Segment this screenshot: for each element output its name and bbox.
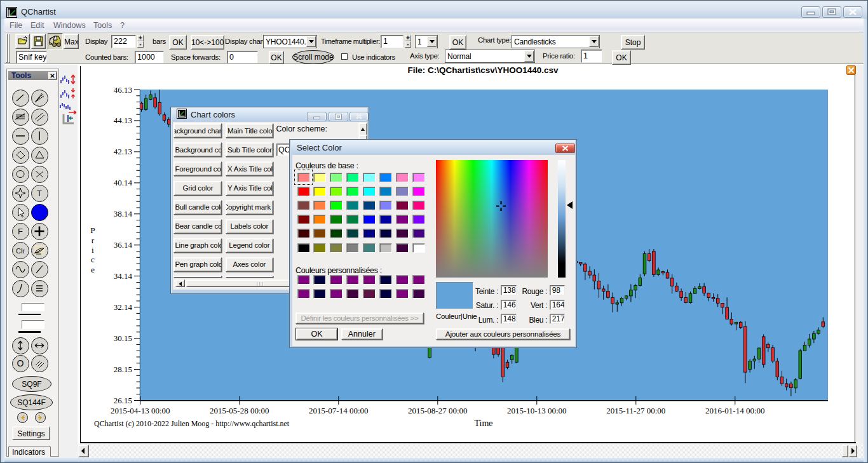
svg-text:36.14: 36.14: [114, 240, 133, 250]
svg-text:i: i: [92, 245, 94, 255]
svg-text:T: T: [37, 189, 42, 198]
svg-text:2015-08-27 00:00: 2015-08-27 00:00: [408, 406, 468, 415]
svg-text:O: O: [17, 358, 24, 368]
svg-text:46.13: 46.13: [114, 85, 132, 95]
svg-text:P: P: [90, 225, 95, 235]
svg-text:Time: Time: [474, 419, 492, 428]
svg-text:2016-01-14 00:00: 2016-01-14 00:00: [705, 406, 765, 415]
svg-text:32.14: 32.14: [114, 302, 133, 312]
svg-text:38.14: 38.14: [114, 209, 133, 218]
svg-text:28.15: 28.15: [114, 365, 132, 374]
svg-text:e: e: [91, 265, 95, 274]
svg-text:2015-10-13 00:00: 2015-10-13 00:00: [507, 406, 567, 415]
svg-text:Clr: Clr: [16, 246, 25, 254]
svg-text:File: C:\QChartist\csv\YHOO144: File: C:\QChartist\csv\YHOO1440.csv: [407, 65, 559, 75]
svg-text:26.15: 26.15: [114, 396, 132, 405]
svg-text:2015-07-14 00:00: 2015-07-14 00:00: [309, 406, 369, 415]
svg-text:34.14: 34.14: [114, 271, 133, 281]
svg-text:c: c: [91, 255, 95, 264]
svg-text:42.13: 42.13: [114, 147, 132, 156]
svg-text:40.14: 40.14: [114, 178, 133, 187]
svg-text:QChartist (c) 2010-2022 Julien: QChartist (c) 2010-2022 Julien Moog - ht…: [94, 419, 290, 428]
svg-text:2015-11-27 00:00: 2015-11-27 00:00: [606, 406, 665, 415]
svg-text:2015-04-13 00:00: 2015-04-13 00:00: [111, 406, 170, 415]
svg-text:30.15: 30.15: [114, 333, 132, 343]
svg-text:2015-05-28 00:00: 2015-05-28 00:00: [210, 406, 269, 415]
svg-text:r: r: [92, 236, 95, 245]
svg-text:44.13: 44.13: [114, 116, 132, 125]
svg-text:F: F: [18, 227, 23, 236]
